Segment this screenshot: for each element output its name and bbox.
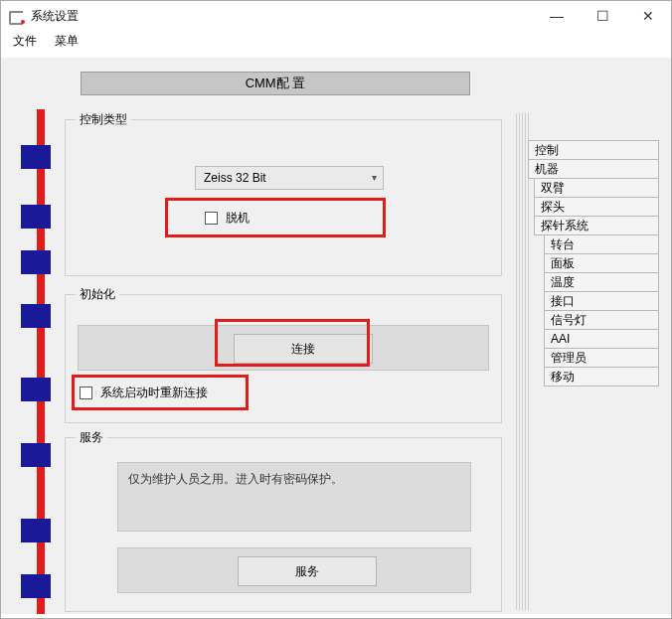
control-type-value: Zeiss 32 Bit <box>204 171 266 185</box>
fieldset-service: 服务 仅为维护人员之用。进入时有密码保护。 服务 <box>65 437 502 612</box>
menu-menu[interactable]: 菜单 <box>53 31 81 52</box>
connect-button[interactable]: 连接 <box>234 334 373 364</box>
tab-admin[interactable]: 管理员 <box>544 348 659 368</box>
service-button[interactable]: 服务 <box>238 556 377 586</box>
window-title: 系统设置 <box>31 8 79 25</box>
fieldset-init: 初始化 连接 系统启动时重新连接 <box>65 294 502 423</box>
close-button[interactable]: ✕ <box>625 1 671 31</box>
reconnect-checkbox[interactable]: 系统启动时重新连接 <box>80 385 208 401</box>
highlight-box <box>165 198 386 237</box>
offline-checkbox[interactable]: 脱机 <box>205 210 250 227</box>
checkbox-box <box>80 387 92 399</box>
tab-control[interactable]: 控制 <box>528 140 659 160</box>
tab-rotary[interactable]: 转台 <box>544 234 659 254</box>
chevron-down-icon: ▾ <box>372 172 377 183</box>
maximize-button[interactable]: ☐ <box>580 1 625 31</box>
legend-init: 初始化 <box>76 286 119 303</box>
blue-marker <box>21 304 51 328</box>
offline-label: 脱机 <box>226 210 250 227</box>
minimize-button[interactable]: — <box>534 1 580 31</box>
menu-file[interactable]: 文件 <box>11 31 39 52</box>
fieldset-control-type: 控制类型 Zeiss 32 Bit ▾ 脱机 <box>65 119 502 276</box>
service-button-label: 服务 <box>295 563 319 580</box>
legend-control-type: 控制类型 <box>76 111 131 128</box>
system-settings-window: 系统设置 — ☐ ✕ 文件 菜单 CMM配 置 控制类型 <box>0 0 672 619</box>
service-description: 仅为维护人员之用。进入时有密码保护。 <box>117 462 471 532</box>
tab-temp[interactable]: 温度 <box>544 272 659 292</box>
tab-probe[interactable]: 探头 <box>534 197 659 217</box>
tab-signal[interactable]: 信号灯 <box>544 310 659 330</box>
tab-machine[interactable]: 机器 <box>528 159 659 179</box>
tab-dual-arm[interactable]: 双臂 <box>534 178 659 198</box>
connect-button-wrap: 连接 <box>78 325 489 371</box>
side-tabs: 控制 机器 双臂 探头 探针系统 转台 面板 温度 接口 信号灯 AAI 管理员… <box>528 141 659 387</box>
checkbox-box <box>205 212 218 225</box>
tab-stylus-sys[interactable]: 探针系统 <box>534 216 659 235</box>
client-area: CMM配 置 控制类型 Zeiss 32 Bit ▾ <box>1 58 671 614</box>
connect-label: 连接 <box>291 341 315 358</box>
app-icon <box>9 8 25 24</box>
blue-marker <box>21 378 51 401</box>
blue-marker <box>21 574 51 598</box>
blue-marker <box>21 443 51 467</box>
page-header: CMM配 置 <box>81 72 470 95</box>
service-button-wrap: 服务 <box>117 547 471 593</box>
control-type-select[interactable]: Zeiss 32 Bit ▾ <box>195 166 384 190</box>
main-panel: 控制类型 Zeiss 32 Bit ▾ 脱机 初始化 连接 <box>37 109 514 614</box>
blue-marker <box>21 205 51 229</box>
blue-marker <box>21 145 51 169</box>
tab-aai[interactable]: AAI <box>544 329 659 349</box>
blue-marker <box>21 519 51 542</box>
blue-marker <box>21 250 51 274</box>
tab-panel[interactable]: 面板 <box>544 253 659 273</box>
menubar: 文件 菜单 <box>1 31 671 58</box>
tab-move[interactable]: 移动 <box>544 367 659 387</box>
legend-service: 服务 <box>76 429 107 446</box>
tab-interface[interactable]: 接口 <box>544 291 659 311</box>
titlebar: 系统设置 — ☐ ✕ <box>1 1 671 31</box>
reconnect-label: 系统启动时重新连接 <box>100 385 208 401</box>
